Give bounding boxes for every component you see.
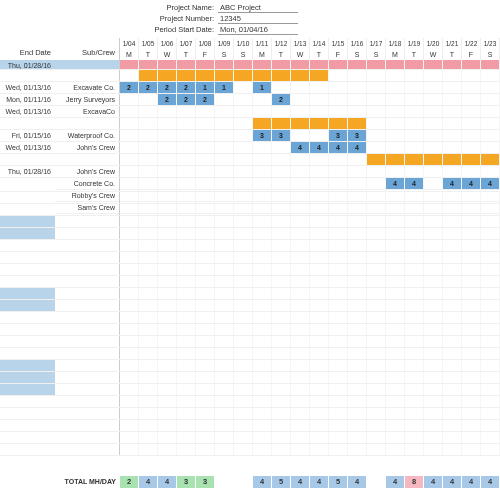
- day-cell[interactable]: [329, 118, 348, 129]
- day-cell[interactable]: [481, 94, 500, 105]
- day-cell[interactable]: [481, 106, 500, 117]
- empty-row[interactable]: [0, 300, 500, 312]
- day-cell[interactable]: [481, 154, 500, 165]
- day-cell[interactable]: [272, 82, 291, 93]
- day-cell[interactable]: [424, 70, 443, 81]
- day-cell[interactable]: 2: [158, 82, 177, 93]
- empty-row[interactable]: [0, 192, 500, 204]
- day-cell[interactable]: [215, 166, 234, 177]
- day-cell[interactable]: 3: [253, 130, 272, 141]
- day-cell[interactable]: [120, 60, 139, 69]
- day-cell[interactable]: [253, 166, 272, 177]
- sub-crew-cell[interactable]: Jerry Surveyors: [55, 94, 120, 105]
- day-cell[interactable]: 2: [158, 94, 177, 105]
- day-cell[interactable]: [139, 130, 158, 141]
- day-cell[interactable]: [291, 118, 310, 129]
- day-cell[interactable]: [158, 130, 177, 141]
- empty-row[interactable]: [0, 264, 500, 276]
- day-cell[interactable]: [443, 166, 462, 177]
- task-row[interactable]: Fri, 01/15/16Waterproof Co.3333: [0, 130, 500, 142]
- day-cell[interactable]: [196, 70, 215, 81]
- day-cell[interactable]: [386, 106, 405, 117]
- sub-crew-cell[interactable]: John's Crew: [55, 142, 120, 153]
- day-cell[interactable]: [196, 130, 215, 141]
- task-row[interactable]: [0, 154, 500, 166]
- day-cell[interactable]: [120, 106, 139, 117]
- day-cell[interactable]: [177, 142, 196, 153]
- day-cell[interactable]: [310, 70, 329, 81]
- day-cell[interactable]: [196, 166, 215, 177]
- day-cell[interactable]: [481, 82, 500, 93]
- day-cell[interactable]: [310, 94, 329, 105]
- day-cell[interactable]: [348, 60, 367, 69]
- day-cell[interactable]: [272, 166, 291, 177]
- day-cell[interactable]: [215, 60, 234, 69]
- day-cell[interactable]: [196, 106, 215, 117]
- day-cell[interactable]: [120, 118, 139, 129]
- day-cell[interactable]: [348, 118, 367, 129]
- empty-row[interactable]: [0, 228, 500, 240]
- day-cell[interactable]: [272, 70, 291, 81]
- day-cell[interactable]: [443, 60, 462, 69]
- period-start-value[interactable]: Mon, 01/04/16: [218, 24, 298, 35]
- task-row[interactable]: [0, 118, 500, 130]
- empty-row[interactable]: [0, 324, 500, 336]
- day-cell[interactable]: [348, 166, 367, 177]
- day-cell[interactable]: [348, 106, 367, 117]
- day-cell[interactable]: [329, 94, 348, 105]
- day-cell[interactable]: [120, 70, 139, 81]
- task-row[interactable]: Wed, 01/13/16ExcavaCo: [0, 106, 500, 118]
- day-cell[interactable]: [481, 60, 500, 69]
- day-cell[interactable]: [443, 130, 462, 141]
- sub-crew-cell[interactable]: ExcavaCo: [55, 106, 120, 117]
- empty-row[interactable]: [0, 432, 500, 444]
- day-cell[interactable]: [462, 70, 481, 81]
- empty-row[interactable]: [0, 396, 500, 408]
- day-cell[interactable]: [405, 154, 424, 165]
- day-cell[interactable]: [367, 82, 386, 93]
- day-cell[interactable]: [424, 60, 443, 69]
- day-cell[interactable]: [158, 106, 177, 117]
- empty-row[interactable]: [0, 384, 500, 396]
- empty-row[interactable]: [0, 372, 500, 384]
- day-cell[interactable]: [196, 142, 215, 153]
- day-cell[interactable]: [481, 166, 500, 177]
- sub-crew-cell[interactable]: Waterproof Co.: [55, 130, 120, 141]
- day-cell[interactable]: [386, 166, 405, 177]
- day-cell[interactable]: [424, 94, 443, 105]
- day-cell[interactable]: [177, 166, 196, 177]
- day-cell[interactable]: [215, 142, 234, 153]
- day-cell[interactable]: [481, 118, 500, 129]
- empty-row[interactable]: [0, 276, 500, 288]
- day-cell[interactable]: [215, 118, 234, 129]
- day-cell[interactable]: [462, 60, 481, 69]
- day-cell[interactable]: [367, 130, 386, 141]
- day-cell[interactable]: [158, 154, 177, 165]
- day-cell[interactable]: [215, 70, 234, 81]
- day-cell[interactable]: [177, 130, 196, 141]
- task-row[interactable]: Wed, 01/13/16Excavate Co.2222111: [0, 82, 500, 94]
- day-cell[interactable]: [291, 154, 310, 165]
- task-row[interactable]: Wed, 01/13/16John's Crew4444: [0, 142, 500, 154]
- day-cell[interactable]: [177, 70, 196, 81]
- empty-row[interactable]: [0, 180, 500, 192]
- empty-row[interactable]: [0, 420, 500, 432]
- task-row[interactable]: Thu, 01/28/16: [0, 60, 500, 70]
- day-cell[interactable]: [367, 60, 386, 69]
- day-cell[interactable]: [291, 106, 310, 117]
- day-cell[interactable]: [272, 142, 291, 153]
- sub-crew-cell[interactable]: [55, 60, 120, 69]
- empty-row[interactable]: [0, 444, 500, 456]
- day-cell[interactable]: 2: [196, 94, 215, 105]
- day-cell[interactable]: [120, 142, 139, 153]
- end-date-cell[interactable]: [0, 70, 55, 81]
- day-cell[interactable]: [253, 106, 272, 117]
- task-row[interactable]: [0, 70, 500, 82]
- day-cell[interactable]: [329, 70, 348, 81]
- day-cell[interactable]: [443, 82, 462, 93]
- day-cell[interactable]: [367, 118, 386, 129]
- day-cell[interactable]: 3: [329, 130, 348, 141]
- day-cell[interactable]: [329, 166, 348, 177]
- day-cell[interactable]: [310, 82, 329, 93]
- end-date-cell[interactable]: [0, 118, 55, 129]
